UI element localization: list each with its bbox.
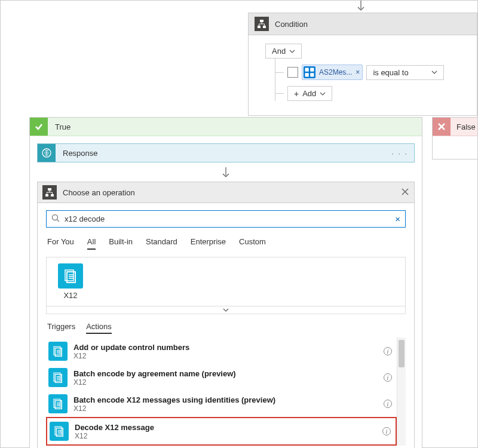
svg-point-17	[53, 215, 58, 220]
condition-card: Condition And AS2Mes... ×	[248, 13, 477, 116]
action-sub: X12	[75, 432, 154, 440]
chevron-down-icon	[431, 69, 437, 75]
flow-arrow-mid	[30, 167, 422, 179]
action-batch-encode-by-agreement[interactable]: Batch encode by agreement name (preview)…	[46, 364, 397, 391]
action-sub: X12	[73, 352, 189, 360]
svg-line-18	[57, 220, 60, 222]
tab-standard[interactable]: Standard	[146, 235, 177, 250]
row-checkbox[interactable]	[287, 67, 298, 78]
action-sub: X12	[73, 404, 275, 413]
actions-scrollbar[interactable]	[397, 337, 406, 446]
action-sub: X12	[73, 378, 236, 386]
x12-icon	[48, 368, 68, 387]
svg-rect-3	[263, 26, 266, 28]
close-operation-button[interactable]	[401, 188, 409, 198]
action-title: Batch encode by agreement name (preview)	[73, 369, 236, 378]
chevron-down-icon	[289, 48, 295, 54]
condition-row: AS2Mes... × is equal to	[275, 65, 468, 80]
tab-enterprise[interactable]: Enterprise	[191, 235, 226, 250]
svg-rect-14	[51, 194, 54, 197]
action-title: Decode X12 message	[75, 423, 154, 432]
response-label: Response	[56, 149, 385, 158]
plus-icon: +	[294, 90, 299, 98]
as2-token-icon	[304, 66, 315, 78]
action-decode-x12-message[interactable]: Decode X12 message X12 i	[46, 417, 397, 446]
x12-icon	[48, 342, 68, 361]
svg-rect-4	[305, 68, 309, 72]
info-icon[interactable]: i	[384, 400, 392, 408]
as2-token[interactable]: AS2Mes... ×	[302, 65, 363, 80]
false-icon	[433, 118, 451, 136]
add-condition-button[interactable]: + Add	[287, 86, 332, 101]
svg-rect-1	[260, 20, 263, 22]
choose-operation-card: Choose an operation × For You All Built-…	[37, 182, 415, 448]
category-tabs: For You All Built-in Standard Enterprise…	[38, 232, 414, 253]
clear-search-button[interactable]: ×	[395, 214, 400, 224]
svg-rect-13	[45, 194, 48, 197]
tab-triggers[interactable]: Triggers	[47, 320, 75, 334]
and-label: And	[272, 47, 286, 56]
chevron-down-icon	[320, 91, 326, 97]
x12-icon	[48, 394, 68, 413]
tab-all[interactable]: All	[87, 235, 96, 250]
search-box[interactable]: ×	[46, 210, 406, 228]
true-label: True	[48, 122, 71, 131]
actions-list: Add or update control numbers X12 i Batc…	[46, 337, 397, 446]
operation-icon	[42, 185, 57, 200]
svg-rect-5	[310, 68, 314, 72]
choose-operation-title: Choose an operation	[57, 188, 401, 197]
response-icon	[38, 144, 56, 162]
condition-icon	[255, 17, 269, 31]
tab-for-you[interactable]: For You	[47, 235, 74, 250]
tab-built-in[interactable]: Built-in	[109, 235, 133, 250]
response-menu-icon[interactable]: · · ·	[385, 149, 414, 158]
condition-title: Condition	[275, 20, 308, 29]
true-branch: True Response · · · Choose an operation	[29, 117, 422, 448]
expand-connectors[interactable]	[46, 306, 406, 314]
operator-label: is equal to	[373, 68, 408, 77]
search-icon	[51, 214, 60, 224]
add-label: Add	[302, 89, 316, 98]
scrollbar-thumb[interactable]	[399, 340, 405, 367]
true-header[interactable]: True	[30, 118, 422, 136]
search-input[interactable]	[65, 214, 390, 223]
svg-rect-12	[48, 188, 51, 191]
false-label: False	[451, 122, 476, 131]
action-title: Batch encode X12 messages using identiti…	[73, 395, 275, 404]
check-icon	[30, 118, 48, 136]
token-remove-icon[interactable]: ×	[356, 68, 360, 76]
operator-dropdown[interactable]: is equal to	[366, 65, 444, 80]
condition-header[interactable]: Condition	[249, 13, 477, 35]
x12-icon	[50, 422, 69, 441]
connector-list: X12	[46, 257, 406, 306]
action-batch-encode-by-identities[interactable]: Batch encode X12 messages using identiti…	[46, 391, 397, 417]
info-icon[interactable]: i	[382, 427, 391, 435]
tab-custom[interactable]: Custom	[239, 235, 266, 250]
chevron-down-icon	[223, 307, 229, 313]
svg-rect-2	[258, 26, 261, 28]
choose-operation-header: Choose an operation	[38, 182, 414, 203]
false-header[interactable]: False	[433, 118, 477, 136]
action-title: Add or update control numbers	[73, 343, 189, 352]
connector-x12[interactable]: X12	[54, 263, 87, 300]
svg-rect-7	[310, 73, 314, 76]
as2-token-label: AS2Mes...	[319, 68, 352, 76]
svg-rect-6	[305, 73, 309, 76]
response-action[interactable]: Response · · ·	[37, 143, 415, 162]
tab-actions[interactable]: Actions	[86, 320, 112, 334]
false-branch: False	[432, 117, 478, 159]
x12-connector-icon	[58, 263, 83, 289]
triggers-actions-tabs: Triggers Actions	[38, 314, 414, 337]
info-icon[interactable]: i	[384, 347, 392, 355]
info-icon[interactable]: i	[384, 373, 392, 382]
and-dropdown[interactable]: And	[265, 44, 302, 59]
connector-x12-label: X12	[63, 291, 77, 300]
action-add-update-control-numbers[interactable]: Add or update control numbers X12 i	[46, 338, 397, 364]
